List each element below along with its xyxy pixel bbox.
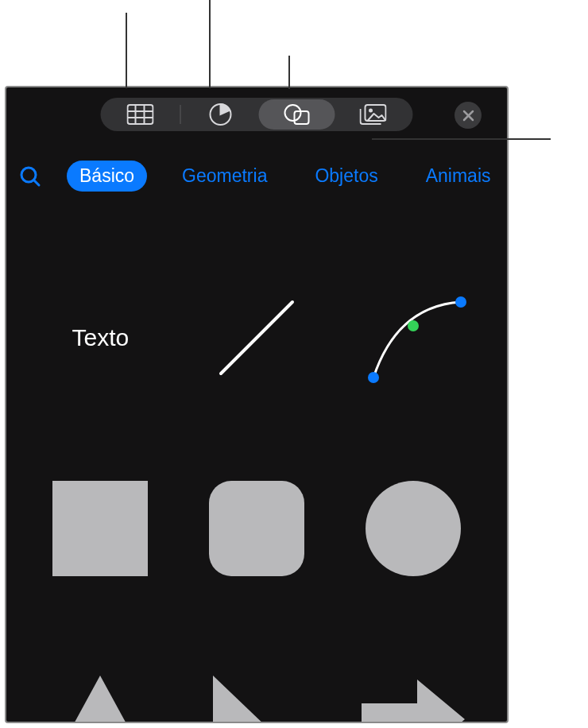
square-icon [52, 481, 148, 576]
category-geometry[interactable]: Geometria [169, 161, 280, 192]
callout-line-shapes [288, 56, 290, 89]
chart-icon [209, 103, 233, 126]
shapes-icon [284, 103, 311, 126]
table-button[interactable] [103, 99, 179, 130]
chart-button[interactable] [183, 99, 259, 130]
triangle-icon [48, 672, 152, 723]
svg-line-14 [221, 302, 292, 374]
shape-circle[interactable] [342, 445, 483, 612]
shape-curve[interactable] [342, 254, 483, 421]
svg-point-6 [285, 105, 301, 121]
media-button[interactable] [335, 99, 412, 130]
line-icon [209, 290, 304, 385]
callout-line-media [372, 138, 551, 140]
svg-rect-8 [366, 105, 386, 121]
svg-line-13 [34, 180, 39, 185]
svg-marker-20 [362, 680, 465, 723]
right-triangle-icon [205, 672, 308, 723]
close-button[interactable] [455, 102, 482, 129]
shape-line[interactable] [187, 254, 327, 421]
category-tabs: Básico Geometria Objetos Animais N [6, 161, 507, 192]
shape-rounded-square[interactable] [187, 445, 327, 612]
shape-triangle[interactable] [30, 636, 171, 723]
svg-point-15 [368, 372, 379, 383]
svg-marker-19 [213, 676, 304, 723]
search-icon[interactable] [19, 165, 41, 188]
text-shape-label: Texto [72, 324, 129, 351]
media-icon [360, 104, 387, 125]
table-icon [127, 104, 154, 125]
rounded-square-icon [209, 481, 304, 576]
shapes-grid: Texto [6, 238, 507, 722]
circle-icon [366, 481, 461, 576]
insert-toolbar [101, 98, 413, 131]
svg-marker-18 [52, 676, 148, 723]
svg-rect-0 [128, 105, 153, 124]
svg-point-17 [408, 320, 419, 331]
shape-right-triangle[interactable] [187, 636, 327, 723]
close-icon [462, 110, 474, 122]
shapes-panel: Básico Geometria Objetos Animais N Texto [5, 86, 509, 723]
category-basic[interactable]: Básico [67, 161, 147, 192]
category-objects[interactable]: Objetos [302, 161, 390, 192]
callout-line-table [126, 13, 127, 88]
svg-point-16 [455, 296, 466, 308]
curve-icon [358, 286, 469, 389]
shape-arrow[interactable] [342, 636, 483, 723]
callout-line-chart [209, 0, 211, 88]
toolbar-divider [180, 105, 181, 124]
svg-rect-7 [295, 111, 309, 124]
svg-point-9 [369, 109, 373, 113]
shape-text[interactable]: Texto [30, 254, 171, 421]
shape-square[interactable] [30, 445, 171, 612]
shapes-button[interactable] [259, 99, 335, 130]
arrow-icon [358, 676, 469, 723]
category-animals[interactable]: Animais [413, 161, 504, 192]
